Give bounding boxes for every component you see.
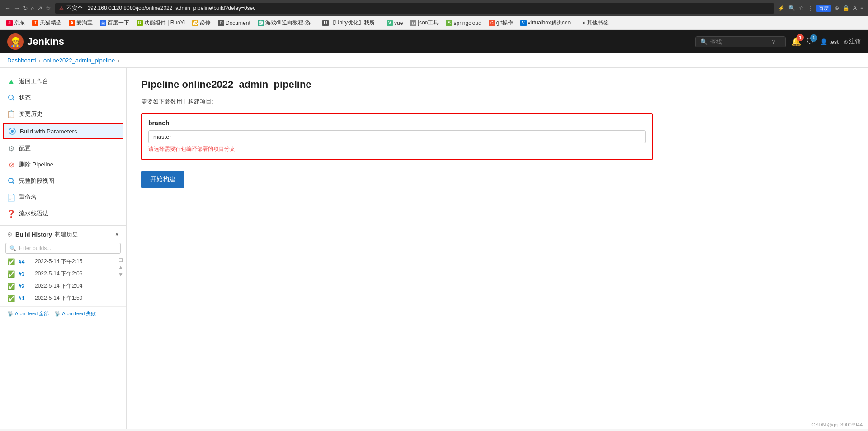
build-item-2[interactable]: ✅ #2 2022-5-14 下午2:04 (0, 280, 115, 292)
bookmark-tmall[interactable]: T 天猫精选 (29, 18, 64, 28)
breadcrumb-dashboard[interactable]: Dashboard (7, 57, 36, 64)
jenkins-logo-icon: 👷 (7, 33, 24, 50)
bookmark-bixiu[interactable]: 必 必修 (189, 18, 213, 28)
sidebar-item-rename-label: 重命名 (19, 193, 37, 201)
forward-btn[interactable]: → (14, 5, 20, 12)
bookmark-vue-icon: V (387, 20, 393, 26)
sidebar-item-back[interactable]: ▲ 返回工作台 (0, 73, 126, 90)
scroll-up-btn[interactable]: ▲ (118, 265, 123, 270)
reload-btn[interactable]: ↻ (23, 5, 28, 12)
build-status-icon-2: ✅ (7, 283, 15, 290)
browser-icon-1[interactable]: ⚡ (778, 5, 785, 11)
back-btn[interactable]: ← (5, 5, 11, 12)
bookmark-ruoyi[interactable]: R 功能组件 | RuoYi (134, 18, 188, 28)
browser-icon-7[interactable]: A (853, 5, 857, 11)
home-btn[interactable]: ⌂ (31, 5, 34, 12)
collapse-btn[interactable]: ∧ (115, 231, 119, 237)
svg-point-3 (11, 130, 14, 133)
scroll-top-btn[interactable]: ⊡ (118, 257, 123, 263)
bookmark-ruoyi-icon: R (137, 20, 143, 26)
build-time-4: 2022-5-14 下午2:15 (35, 258, 82, 265)
browser-icon-baidu[interactable]: 百度 (816, 5, 831, 12)
browser-icon-8[interactable]: ≡ (860, 5, 863, 11)
bookmark-vue[interactable]: V vue (384, 19, 406, 27)
status-icon (7, 94, 15, 102)
sidebar-item-changes[interactable]: 📋 变更历史 (0, 106, 126, 122)
lock-icon: ⚠ (59, 5, 64, 11)
address-bar[interactable]: ⚠ 不安全 | 192.168.0.120:8080/job/online202… (55, 3, 774, 14)
sidebar-item-stages[interactable]: 完整阶段视图 (0, 173, 126, 189)
atom-feed-fail[interactable]: 📡 Atom feed 失败 (54, 310, 96, 317)
sidebar-item-delete[interactable]: ⊘ 删除 Pipeline (0, 156, 126, 173)
header-search[interactable]: 🔍 ? (695, 36, 786, 47)
bookmark-git[interactable]: G git操作 (486, 18, 516, 28)
bookmark-jd[interactable]: J 京东 (4, 18, 28, 28)
bookmark-baidu[interactable]: 百 百度一下 (97, 18, 132, 28)
param-hint: 请选择需要行包编译部署的项目分支 (148, 145, 646, 153)
sidebar-item-status[interactable]: 状态 (0, 90, 126, 106)
sidebar-item-build-params[interactable]: Build with Parameters (3, 123, 123, 139)
nav-btn6[interactable]: ☆ (45, 5, 51, 12)
search-icon: 🔍 (700, 38, 708, 45)
filter-builds-input[interactable] (19, 245, 117, 251)
header-icons: 🔔 1 🛡 1 👤 test ⎋ 注销 (791, 37, 861, 47)
config-icon: ⚙ (7, 144, 15, 152)
build-scroll-controls: ⊡ ▲ ▼ (115, 256, 126, 279)
main-layout: ▲ 返回工作台 状态 📋 变更历史 Build with Parameters … (0, 68, 868, 429)
browser-icon-3[interactable]: ☆ (799, 5, 804, 11)
bookmark-game[interactable]: 游 游戏dll逆向教程-游... (255, 18, 318, 28)
bookmark-more[interactable]: » 其他书签 (580, 18, 611, 28)
build-time-2: 2022-5-14 下午2:04 (35, 282, 82, 290)
bookmark-tmall-label: 天猫精选 (40, 19, 61, 27)
browser-icon-2[interactable]: 🔍 (788, 5, 795, 11)
search-input[interactable] (710, 38, 769, 45)
param-label: branch (148, 119, 646, 127)
build-time-1: 2022-5-14 下午1:59 (35, 294, 82, 302)
branch-input[interactable] (148, 130, 646, 143)
sidebar-item-rename[interactable]: 📄 重命名 (0, 189, 126, 205)
start-build-button[interactable]: 开始构建 (141, 171, 184, 188)
breadcrumb: Dashboard › online2022_admin_pipeline › (0, 53, 868, 68)
bookmark-document[interactable]: D Document (215, 19, 253, 27)
bookmark-game-label: 游戏dll逆向教程-游... (265, 19, 315, 27)
bookmark-unity[interactable]: U 【Unity优化】我所... (320, 18, 382, 28)
svg-point-0 (9, 95, 13, 99)
feed-all-icon: 📡 (7, 311, 14, 317)
breadcrumb-pipeline[interactable]: online2022_admin_pipeline (43, 57, 115, 64)
feed-all-label: Atom feed 全部 (15, 310, 49, 317)
security-btn[interactable]: 🛡 1 (807, 37, 815, 47)
bookmark-json[interactable]: {} json工具 (407, 18, 441, 28)
bookmark-spring[interactable]: S springcloud (443, 19, 484, 27)
bookmark-taobao[interactable]: A 爱淘宝 (66, 18, 95, 28)
bookmark-vbox[interactable]: V virtualbox解决cen... (518, 18, 578, 28)
browser-icon-6[interactable]: 🔒 (843, 5, 849, 11)
build-item-1[interactable]: ✅ #1 2022-5-14 下午1:59 (0, 292, 115, 304)
build-item-4[interactable]: ✅ #4 2022-5-14 下午2:15 (0, 256, 115, 268)
atom-feed-all[interactable]: 📡 Atom feed 全部 (7, 310, 49, 317)
sidebar-item-config[interactable]: ⚙ 配置 (0, 140, 126, 156)
notifications-btn[interactable]: 🔔 1 (791, 37, 801, 47)
logout-btn[interactable]: ⎋ 注销 (844, 38, 861, 46)
bookmark-baidu-icon: 百 (100, 20, 106, 26)
sidebar-item-status-label: 状态 (19, 94, 31, 102)
svg-point-4 (9, 178, 13, 183)
feed-fail-icon: 📡 (54, 311, 61, 317)
bookmark-more-label: » 其他书签 (582, 19, 609, 27)
build-item-3[interactable]: ✅ #3 2022-5-14 下午2:06 (0, 268, 115, 280)
bookmark-document-label: Document (226, 20, 250, 26)
sidebar-item-syntax[interactable]: ❓ 流水线语法 (0, 205, 126, 222)
jenkins-logo[interactable]: 👷 Jenkins (7, 33, 64, 50)
breadcrumb-sep-1: › (39, 57, 41, 64)
scroll-down-btn[interactable]: ▼ (118, 272, 123, 277)
filter-builds[interactable]: 🔍 (5, 243, 121, 254)
nav-btn5[interactable]: ↗ (37, 5, 42, 12)
bookmark-game-icon: 游 (258, 20, 264, 26)
bookmark-unity-icon: U (322, 20, 329, 26)
browser-icon-4[interactable]: ⋮ (807, 5, 813, 11)
browser-icon-5[interactable]: ⊕ (835, 5, 839, 11)
main-content: Pipeline online2022_admin_pipeline 需要如下参… (127, 68, 868, 429)
user-menu[interactable]: 👤 test (820, 38, 839, 45)
sidebar-item-stages-label: 完整阶段视图 (19, 177, 54, 185)
jenkins-header: 👷 Jenkins 🔍 ? 🔔 1 🛡 1 👤 test ⎋ 注销 (0, 30, 868, 53)
help-icon: ? (772, 38, 775, 45)
